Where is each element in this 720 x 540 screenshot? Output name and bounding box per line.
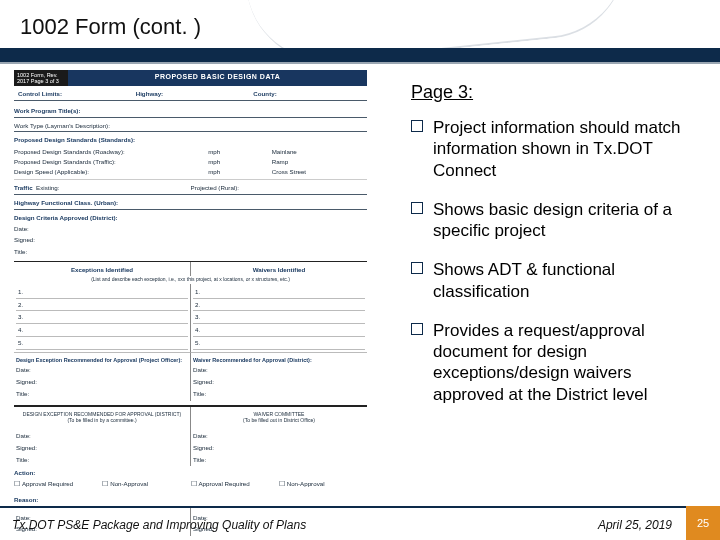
list-item: 3. [193,311,365,324]
bullet-item: Provides a request/approval document for… [391,320,698,405]
committee-right: WAIVER COMMITTEE (To be filled out in Di… [191,407,367,426]
bullet-item: Shows basic design criteria of a specifi… [391,199,698,242]
label-action: Action: [14,466,367,477]
square-bullet-icon [411,262,423,274]
lane-col: Ramp [272,157,367,167]
page-subheading: Page 3: [411,82,698,103]
footer-title: Tx.DOT PS&E Package and Improving Qualit… [12,518,306,532]
bullet-text: Project information should match informa… [433,117,698,181]
pds-item: Proposed Design Standards (Traffic): [14,157,208,167]
exceptions-note: (List and describe each exception, i.e.,… [14,276,367,284]
list-item: 2. [193,299,365,312]
label-existing: Existing: [36,184,59,191]
rec-right: Waiver Recommended for Approval (Distric… [193,357,365,364]
sig-date: Date: [14,222,367,234]
form-header-small: 1002 Form, Rev. 2017 Page 3 of 3 [14,70,68,86]
bullet-item: Project information should match informa… [391,117,698,181]
bullet-item: Shows ADT & functional classification [391,259,698,302]
sig-signed: Signed: [193,441,365,453]
sig-date: Date: [16,429,188,441]
label-func-class: Highway Functional Class. (Urban): [14,195,367,210]
sig-title: Title: [193,387,365,399]
label-reason: Reason: [14,492,367,507]
square-bullet-icon [411,323,423,335]
form-thumbnail: 1002 Form, Rev. 2017 Page 3 of 3 PROPOSE… [0,64,375,494]
sig-signed: Signed: [193,375,365,387]
bullet-text: Shows basic design criteria of a specifi… [433,199,698,242]
bullet-text: Provides a request/approval document for… [433,320,698,405]
list-item: 2. [16,299,188,312]
footer: Tx.DOT PS&E Package and Improving Qualit… [0,506,720,540]
label-pds-heading: Proposed Design Standards (Standards): [14,132,367,144]
label-criteria: Design Criteria Approved (District): [14,210,367,222]
label-county: County: [249,90,367,98]
chk-approval: Approval Required [191,480,279,489]
content-panel: Page 3: Project information should match… [375,64,720,494]
label-traffic: Traffic [14,184,33,191]
list-item: 5. [193,337,365,350]
sig-title: Title: [14,245,367,257]
list-item: 1. [16,286,188,299]
sig-title: Title: [16,453,188,465]
label-work-type: Work Type (Layman's Description): [14,118,367,133]
pds-item: Design Speed (Applicable): [14,167,208,177]
speed-unit: mph [208,157,272,167]
title-underline [0,48,720,64]
list-item: 4. [16,324,188,337]
form-header-main: PROPOSED BASIC DESIGN DATA [68,70,367,86]
label-projected: Projected (Rural): [191,184,368,192]
chk-approval: Approval Required [14,480,102,489]
chk-nonapproval: Non-Approval [279,480,367,489]
sig-signed: Signed: [16,441,188,453]
sig-date: Date: [193,363,365,375]
bullet-text: Shows ADT & functional classification [433,259,698,302]
pds-item: Proposed Design Standards (Roadway): [14,147,208,157]
list-item: 5. [16,337,188,350]
list-item: 3. [16,311,188,324]
square-bullet-icon [411,120,423,132]
list-item: 4. [193,324,365,337]
square-bullet-icon [411,202,423,214]
lane-col: Mainlane [272,147,367,157]
speed-unit: mph [208,167,272,177]
footer-divider [0,506,720,508]
sig-title: Title: [193,453,365,465]
footer-date: April 25, 2019 [598,518,672,532]
page-number-badge: 25 [686,506,720,540]
lane-col: Cross Street [272,167,367,177]
label-control: Control Limits: [14,90,132,98]
title-bar: 1002 Form (cont. ) [0,0,720,60]
label-highway: Highway: [132,90,250,98]
sig-signed: Signed: [16,375,188,387]
list-item: 1. [193,286,365,299]
page-title: 1002 Form (cont. ) [0,0,720,40]
sig-title: Title: [16,387,188,399]
sig-date: Date: [193,429,365,441]
waivers-head: Waivers Identified [193,266,365,274]
exceptions-head: Exceptions Identified [16,266,188,274]
chk-nonapproval: Non-Approval [102,480,190,489]
sig-signed: Signed: [14,233,367,245]
committee-left: DESIGN EXCEPTION RECOMMENDED FOR APPROVA… [14,407,191,426]
rec-left: Design Exception Recommended for Approva… [16,357,188,364]
speed-unit: mph [208,147,272,157]
label-work-program: Work Program Title(s): [14,101,367,118]
sig-date: Date: [16,363,188,375]
